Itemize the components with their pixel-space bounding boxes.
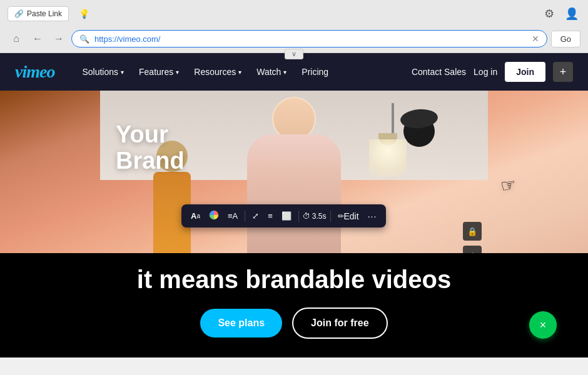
features-chevron: ▾	[176, 69, 179, 76]
expand-icon: ⤢	[252, 211, 259, 221]
more-options-button[interactable]: ···	[365, 209, 380, 223]
join-nav-button[interactable]: Join	[505, 62, 545, 82]
browser-right-icons: ⚙ 👤	[540, 5, 580, 22]
hero-video-area: Your Brand 🔒 ◎ 🖥 👤 ⟳	[0, 91, 588, 253]
join-free-label: Join for free	[311, 318, 368, 328]
font-size-icon: a	[196, 212, 200, 219]
align-tool-button[interactable]: ≡	[265, 209, 276, 222]
toolbar-divider-2	[298, 211, 299, 222]
pricing-nav-item[interactable]: Pricing	[294, 62, 336, 82]
browser-top-bar: 🔗 Paste Link 💡 ⚙ 👤	[0, 0, 588, 28]
go-label: Go	[560, 34, 571, 44]
vimeo-site: vimeo Solutions ▾ Features ▾ Resources ▾…	[0, 53, 588, 371]
green-circle-button[interactable]: ×	[529, 311, 557, 339]
forward-button[interactable]: →	[50, 30, 68, 48]
contact-sales-button[interactable]: Contact Sales	[412, 67, 466, 77]
brand-text-line1: Your	[116, 122, 185, 148]
screen-icon: ⬜	[281, 211, 291, 221]
plus-icon: +	[560, 66, 567, 79]
features-nav-item[interactable]: Features ▾	[131, 62, 186, 82]
lock-icon: 🔒	[467, 227, 477, 236]
font-tool-button[interactable]: A a	[188, 209, 203, 222]
solutions-nav-item[interactable]: Solutions ▾	[74, 62, 131, 82]
login-label: Log in	[474, 67, 497, 77]
resources-nav-item[interactable]: Resources ▾	[186, 62, 249, 82]
browser-chrome: 🔗 Paste Link 💡 ⚙ 👤 ⌂ ← → 🔍 ✕	[0, 0, 588, 53]
see-plans-button[interactable]: See plans	[200, 309, 282, 338]
lightbulb-button[interactable]: 💡	[75, 5, 93, 22]
vimeo-logo: vimeo	[15, 62, 54, 82]
target-icon: ◎	[469, 251, 476, 254]
watch-label: Watch	[256, 67, 281, 77]
settings-icon: ⚙	[544, 7, 554, 21]
back-icon: ←	[33, 33, 43, 44]
edit-label: Edit	[344, 211, 359, 221]
nav-right: Contact Sales Log in Join +	[412, 62, 573, 82]
screen-tool-button[interactable]: ⬜	[278, 209, 295, 222]
resources-chevron: ▾	[238, 69, 241, 76]
hero-buttons: See plans Join for free	[0, 308, 588, 339]
brand-text-overlay: Your Brand	[116, 122, 185, 174]
clear-url-button[interactable]: ✕	[532, 34, 539, 44]
plus-button[interactable]: +	[553, 62, 573, 82]
forward-icon: →	[54, 33, 64, 44]
hero-text-area: it means brandable videos See plans Join…	[0, 253, 588, 358]
features-label: Features	[139, 67, 173, 77]
settings-button[interactable]: ⚙	[540, 5, 558, 22]
hero-headline: it means brandable videos	[0, 266, 588, 294]
green-circle-icon: ×	[540, 319, 547, 332]
back-button[interactable]: ←	[29, 30, 46, 48]
paste-link-label: Paste Link	[27, 9, 62, 18]
clock-icon: ⏱	[303, 212, 310, 221]
toolbar-divider-3	[330, 211, 331, 222]
brand-text-line2: Brand	[116, 148, 185, 174]
resources-label: Resources	[194, 67, 236, 77]
collapse-button[interactable]: ∨	[285, 49, 303, 59]
watch-chevron: ▾	[283, 69, 286, 76]
time-display: ⏱ 3.5s	[303, 212, 327, 221]
toolbar-divider-1	[245, 211, 245, 222]
join-free-button[interactable]: Join for free	[292, 308, 387, 339]
solutions-label: Solutions	[82, 67, 118, 77]
url-input[interactable]	[94, 34, 527, 44]
lock-sidebar-button[interactable]: 🔒	[463, 222, 482, 241]
account-button[interactable]: 👤	[563, 5, 580, 22]
go-button[interactable]: Go	[551, 31, 580, 48]
search-icon: 🔍	[79, 34, 89, 44]
account-icon: 👤	[565, 7, 579, 21]
see-plans-label: See plans	[218, 318, 265, 328]
solutions-chevron: ▾	[121, 69, 124, 76]
brand-text: Your Brand	[116, 122, 185, 174]
contact-sales-label: Contact Sales	[412, 67, 466, 77]
expand-tool-button[interactable]: ⤢	[249, 209, 262, 222]
video-sidebar: 🔒 ◎ 🖥 👤 ⟳ ⚙	[463, 222, 482, 253]
align-icon: ≡	[268, 211, 273, 221]
color-wheel-icon	[209, 210, 219, 222]
home-icon: ⌂	[13, 33, 19, 44]
join-nav-label: Join	[516, 67, 534, 77]
font-icon: A	[191, 211, 196, 221]
text-style-icon: ≡A	[228, 211, 238, 221]
text-style-tool-button[interactable]: ≡A	[225, 209, 241, 222]
login-button[interactable]: Log in	[474, 67, 497, 77]
pricing-label: Pricing	[302, 67, 328, 77]
target-sidebar-button[interactable]: ◎	[463, 246, 482, 253]
paste-link-button[interactable]: 🔗 Paste Link	[8, 6, 69, 21]
pencil-icon: ✏	[338, 212, 344, 221]
vimeo-content: A a ≡A ⤢	[0, 91, 588, 358]
address-bar: 🔍 ✕	[71, 30, 547, 48]
nav-links: Solutions ▾ Features ▾ Resources ▾ Watch…	[74, 62, 336, 82]
collapse-icon: ∨	[291, 50, 297, 58]
clear-icon: ✕	[532, 34, 539, 44]
edit-tool-button[interactable]: ✏ Edit	[335, 209, 362, 223]
more-icon: ···	[368, 211, 377, 221]
time-value: 3.5s	[312, 212, 327, 221]
link-icon: 🔗	[14, 9, 24, 18]
annotation-toolbar: A a ≡A ⤢	[181, 204, 386, 228]
watch-nav-item[interactable]: Watch ▾	[249, 62, 294, 82]
home-button[interactable]: ⌂	[8, 30, 25, 48]
color-tool-button[interactable]	[206, 208, 222, 224]
